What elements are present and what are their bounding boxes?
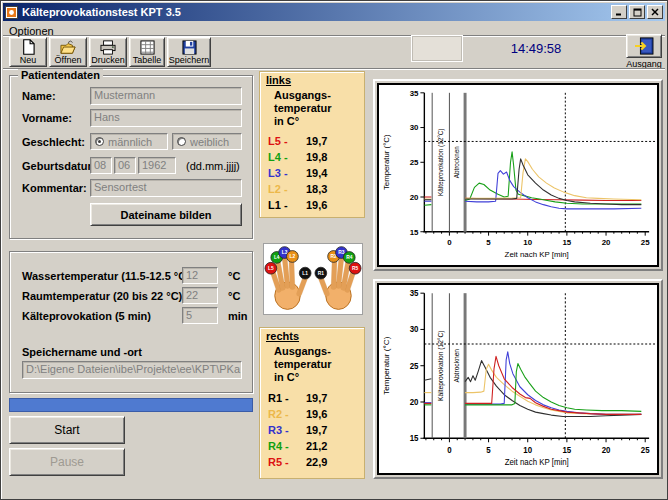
new-button-label: Neu (20, 55, 37, 65)
open-folder-icon (59, 40, 77, 55)
status-display (411, 35, 463, 62)
rechts-panel: rechts Ausgangs- temperatur in C° R1 -19… (259, 327, 365, 479)
svg-text:Kälteprovokation (12°C): Kälteprovokation (12°C) (437, 129, 445, 196)
sensor-value: 22,9 (306, 456, 327, 468)
kp-unit: min (228, 310, 248, 322)
dateiname-bilden-button[interactable]: Dateiname bilden (90, 203, 242, 226)
speichername-field[interactable]: D:\Eigene Dateien\ibe\Projekte\ee\KPT\PK… (22, 361, 242, 379)
printer-icon (99, 40, 117, 55)
value-row: R5 -22,9 (268, 454, 358, 470)
name-field[interactable]: Mustermann (90, 87, 242, 105)
svg-text:5: 5 (486, 445, 491, 454)
svg-text:15: 15 (410, 228, 419, 237)
svg-text:5: 5 (486, 238, 491, 247)
svg-text:10: 10 (523, 445, 532, 454)
sensor-label: R4 - (268, 440, 306, 452)
radio-weiblich[interactable]: weiblich (172, 133, 242, 150)
svg-text:25: 25 (641, 238, 650, 247)
value-row: L3 -19,4 (268, 165, 358, 181)
svg-text:20: 20 (410, 398, 419, 407)
sensor-value: 19,8 (306, 151, 327, 163)
svg-text:L1: L1 (302, 271, 308, 276)
app-window: Kälteprovokationstest KPT 3.5 Optionen N… (0, 0, 668, 500)
sensor-label: R3 - (268, 424, 306, 436)
clock: 14:49:58 (481, 41, 591, 56)
svg-text:15: 15 (563, 445, 572, 454)
radio-unselected-icon (177, 137, 186, 146)
wassertemperatur-field[interactable]: 12 (182, 267, 218, 284)
value-row: L1 -19,6 (268, 197, 358, 213)
kommentar-label: Kommentar: (22, 182, 87, 194)
chart-panel-left-hand: 15202530350510152025Zeit nach KP [min]Te… (373, 79, 663, 271)
links-panel-title: links (266, 74, 291, 86)
vorname-field[interactable]: Hans (90, 109, 242, 127)
svg-text:20: 20 (602, 445, 611, 454)
value-row: R1 -19,7 (268, 390, 358, 406)
value-row: R3 -19,7 (268, 422, 358, 438)
vorname-label: Vorname: (22, 112, 72, 124)
kaelteprovokation-label: Kälteprovokation (5 min) (22, 310, 151, 322)
svg-text:Temperatur (°C): Temperatur (°C) (382, 134, 391, 190)
pause-button[interactable]: Pause (9, 448, 125, 476)
kaelteprovokation-field[interactable]: 5 (182, 307, 218, 324)
chart-panel-right-hand: 15202530350510152025Zeit nach KP [min]Te… (373, 279, 663, 479)
birth-month-field[interactable]: 06 (114, 157, 136, 174)
svg-text:35: 35 (410, 89, 419, 98)
save-button-label: Speichern (169, 55, 210, 65)
svg-text:L2: L2 (290, 254, 296, 259)
hands-sensor-diagram: L5L4L3L2L1R1R2R3R4R5 (264, 244, 362, 314)
svg-text:35: 35 (410, 289, 419, 298)
menu-optionen[interactable]: Optionen (3, 24, 60, 38)
sensor-label: L4 - (268, 151, 306, 163)
save-button[interactable]: Speichern (167, 37, 211, 67)
kommentar-field[interactable]: Sensortest (90, 179, 242, 197)
table-icon (140, 40, 155, 55)
sensor-value: 19,6 (306, 408, 327, 420)
birth-year-field[interactable]: 1962 (138, 157, 176, 174)
menu-bar: Optionen (3, 21, 665, 36)
maximize-button[interactable] (629, 5, 645, 19)
temperature-chart-links: 15202530350510152025Zeit nach KP [min]Te… (379, 85, 657, 265)
radio-maennlich[interactable]: männlich (90, 133, 168, 150)
rechts-subtitle: Ausgangs- temperatur in C° (274, 345, 331, 384)
print-button[interactable]: Drucken (89, 37, 127, 67)
start-button[interactable]: Start (9, 416, 125, 444)
open-button[interactable]: Öffnen (49, 37, 87, 67)
sensor-value: 19,7 (306, 392, 327, 404)
sensor-label: L2 - (268, 183, 306, 195)
sensor-label: L3 - (268, 167, 306, 179)
exit-button[interactable]: Ausgang (623, 34, 665, 69)
close-button[interactable] (647, 5, 663, 19)
patient-groupbox: Patientendaten Name: Mustermann Vorname:… (9, 75, 253, 239)
birth-day-field[interactable]: 08 (90, 157, 112, 174)
table-button[interactable]: Tabelle (129, 37, 165, 67)
sensor-value: 18,3 (306, 183, 327, 195)
value-row: L4 -19,8 (268, 149, 358, 165)
table-button-label: Tabelle (133, 55, 162, 65)
sensor-value: 19,4 (306, 167, 327, 179)
svg-text:25: 25 (410, 362, 419, 371)
links-subtitle: Ausgangs- temperatur in C° (274, 89, 331, 128)
sensor-value: 21,2 (306, 440, 327, 452)
temperature-chart-rechts: 15202530350510152025Zeit nach KP [min]Te… (379, 285, 657, 473)
raumtemperatur-field[interactable]: 22 (182, 287, 218, 304)
title-bar: Kälteprovokationstest KPT 3.5 (3, 3, 665, 21)
app-icon (5, 6, 18, 19)
svg-text:L4: L4 (274, 255, 280, 260)
new-document-icon (20, 39, 37, 55)
floppy-disk-icon (182, 40, 197, 55)
value-row: R4 -21,2 (268, 438, 358, 454)
radio-maennlich-label: männlich (108, 136, 152, 148)
svg-text:25: 25 (410, 158, 419, 167)
new-button[interactable]: Neu (9, 37, 47, 67)
svg-text:L5: L5 (268, 266, 274, 271)
open-button-label: Öffnen (55, 55, 82, 65)
toolbar: Neu Öffnen Drucken (3, 37, 665, 67)
svg-text:30: 30 (410, 124, 419, 133)
sensor-label: R2 - (268, 408, 306, 420)
links-values: L5 -19,7 L4 -19,8 L3 -19,4 L2 -18,3 L1 -… (268, 133, 358, 213)
rechts-panel-title: rechts (266, 330, 299, 342)
minimize-button[interactable] (611, 5, 627, 19)
svg-text:0: 0 (447, 238, 452, 247)
radio-selected-icon (95, 137, 104, 146)
